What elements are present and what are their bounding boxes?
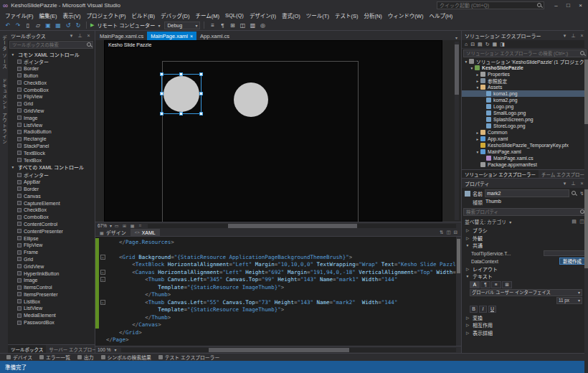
category-text[interactable]: ▾ テキスト xyxy=(462,273,588,280)
code-line[interactable]: </Thumb> xyxy=(95,291,461,299)
chevron-down-icon[interactable]: ▾ xyxy=(509,219,511,225)
menu-item[interactable]: 編集(E) xyxy=(37,11,60,19)
toolbox-item[interactable]: ListView xyxy=(8,121,95,128)
font-family-dropdown[interactable]: グローバル ユーザー インターフェイス ▾ xyxy=(470,289,582,296)
code-line[interactable]: − <Thumb Canvas.Left="55" Canvas.Top="73… xyxy=(95,298,461,306)
split-window-icon[interactable]: ⊞ xyxy=(228,21,237,29)
resize-handle[interactable] xyxy=(160,92,163,95)
collapse-pane-icon[interactable]: ⊟ xyxy=(454,230,457,235)
toolbox-item[interactable]: StackPanel xyxy=(8,143,95,150)
toolbox-item[interactable]: ContentPresenter xyxy=(8,227,95,235)
menu-item[interactable]: テスト(S) xyxy=(332,11,361,19)
toolbox-item[interactable]: Grid xyxy=(8,100,95,108)
toolbox-item[interactable]: Button xyxy=(8,72,95,80)
window-menu-icon[interactable]: ▾ xyxy=(561,181,568,186)
toolbox-item[interactable]: Canvas xyxy=(8,192,95,199)
fold-collapse-icon[interactable]: − xyxy=(100,255,105,260)
grid-toggle-icon[interactable]: ⊞ xyxy=(121,223,128,229)
close-icon[interactable]: × xyxy=(579,181,585,186)
selection-adorner[interactable] xyxy=(161,74,201,114)
toolbox-item[interactable]: FlipView xyxy=(8,242,95,249)
toolbox-item[interactable]: CheckBox xyxy=(8,207,95,214)
scrollbar-thumb[interactable] xyxy=(584,60,588,124)
toolbox-item[interactable]: ComboBox xyxy=(8,86,95,93)
toolbox-item[interactable]: Frame xyxy=(8,249,95,256)
category-brushes[interactable]: ▷ ブラシ xyxy=(462,227,588,235)
redo-icon[interactable]: ↻ xyxy=(74,21,82,29)
toolbox-item[interactable]: TextBox xyxy=(8,156,95,164)
solution-search-input[interactable] xyxy=(463,49,587,57)
solution-scrollbar[interactable] xyxy=(584,58,588,169)
minimize-button[interactable]: – xyxy=(551,2,561,9)
save-all-icon[interactable]: ▦ xyxy=(54,21,62,29)
list-tab[interactable]: ≡ xyxy=(491,281,501,288)
toolbox-item[interactable]: RadioButton xyxy=(8,128,95,136)
toolbox-item[interactable]: ContentControl xyxy=(8,221,95,228)
save-icon[interactable]: ▣ xyxy=(44,21,52,29)
tree-item[interactable]: ▾ソリューション 'KeshoSlidePazzle' (1 プロジェクト) xyxy=(462,58,588,65)
expander-icon[interactable]: ▸ xyxy=(475,137,480,141)
solution-config-dropdown[interactable]: Debug ▾ xyxy=(164,22,200,29)
scrollbar-thumb[interactable] xyxy=(457,239,460,273)
chevron-down-icon[interactable]: ▾ xyxy=(114,347,116,352)
tree-item[interactable]: ▸参照設定 xyxy=(462,77,588,84)
toolbox-item[interactable]: ComboBox xyxy=(8,214,95,221)
sort-label[interactable]: 並べ替え: カテゴリ xyxy=(465,218,506,225)
home-icon[interactable]: ⌂ xyxy=(465,42,468,47)
code-line[interactable]: </Page> xyxy=(95,336,461,344)
tree-item[interactable]: ▸App.xaml xyxy=(462,136,588,142)
font-size-dropdown[interactable]: 11 px ▾ xyxy=(556,297,582,304)
document-tab[interactable]: MainPage.xaml.cs xyxy=(96,32,147,40)
toolbox-item[interactable]: MediaElement xyxy=(8,312,95,319)
code-line[interactable]: <TextBlock HorizontalAlignment="Left" Ma… xyxy=(95,261,461,269)
category-transform[interactable]: ▷ 変換 xyxy=(462,314,588,322)
panel-tab[interactable]: テスト エクスプローラー xyxy=(155,354,223,361)
category-view-icon[interactable]: ▤ xyxy=(571,219,577,225)
autohide-tab[interactable]: データ ソース xyxy=(1,35,8,70)
tree-item[interactable]: KeshoSlidePazzle_TemporaryKey.pfx xyxy=(462,142,588,148)
tree-item[interactable]: ▾MainPage.xaml xyxy=(462,148,588,155)
toolbox-item[interactable]: ItemsPresenter xyxy=(8,291,95,298)
scrollbar-thumb[interactable] xyxy=(584,189,588,268)
name-input[interactable] xyxy=(485,189,569,197)
chevron-down-icon[interactable]: ▾ xyxy=(158,23,160,28)
xaml-view-tab[interactable]: <> XAML xyxy=(131,229,160,236)
scrollbar-thumb[interactable] xyxy=(455,44,459,95)
properties-scrollbar[interactable] xyxy=(584,188,588,353)
tree-item[interactable]: Package.appxmanifest xyxy=(462,161,588,168)
code-line[interactable]: </Canvas> xyxy=(95,321,461,329)
toolbox-search-input[interactable] xyxy=(9,41,93,49)
snap-grid-icon[interactable]: ▦ xyxy=(129,223,136,229)
quick-launch-input[interactable] xyxy=(437,1,544,9)
pin-icon[interactable]: ⊥ xyxy=(570,33,577,39)
paragraph-tab[interactable]: ¶ xyxy=(480,281,490,288)
resize-handle[interactable] xyxy=(199,92,203,95)
menu-item[interactable]: ビルド(B) xyxy=(129,11,158,19)
code-line[interactable]: </Grid> xyxy=(95,329,461,336)
new-file-icon[interactable]: ▯ xyxy=(24,21,32,29)
code-line[interactable]: </Thumb> xyxy=(95,313,461,321)
window-menu-icon[interactable]: ▾ xyxy=(68,33,75,39)
fit-page-icon[interactable]: ▭ xyxy=(113,223,120,229)
navigate-forward-icon[interactable]: ↷ xyxy=(14,21,22,29)
tooltip-value-field[interactable] xyxy=(544,250,585,256)
toolbox-item[interactable]: CaptureElement xyxy=(8,199,95,207)
menu-item[interactable]: プロジェクト(P) xyxy=(84,11,129,19)
show-all-files-icon[interactable]: ▤ xyxy=(478,42,483,47)
properties-icon[interactable]: ▦ xyxy=(493,42,498,47)
menu-item[interactable]: ツール(T) xyxy=(303,11,332,19)
refresh-icon[interactable]: ↻ xyxy=(485,42,490,47)
properties-search-input[interactable] xyxy=(463,208,587,216)
start-debug-button[interactable]: リモート コンピューター xyxy=(97,22,155,29)
toolwindow-tab[interactable]: チーム エクスプローラー xyxy=(539,170,588,178)
fold-collapse-icon[interactable]: − xyxy=(100,270,105,275)
italic-button[interactable]: I xyxy=(479,306,487,313)
spacing-tab[interactable]: ⊞ xyxy=(502,281,512,288)
resize-handle[interactable] xyxy=(179,72,183,76)
outline-icon[interactable]: ≡ xyxy=(208,21,217,29)
tree-item[interactable]: MainPage.xaml.cs xyxy=(462,155,588,161)
zoom-level[interactable]: 67% xyxy=(98,223,107,228)
toolbox-item[interactable]: Ellipse xyxy=(8,235,95,242)
category-interaction[interactable]: ▷ 相互作用 xyxy=(462,321,588,329)
search-icon[interactable] xyxy=(572,191,577,196)
